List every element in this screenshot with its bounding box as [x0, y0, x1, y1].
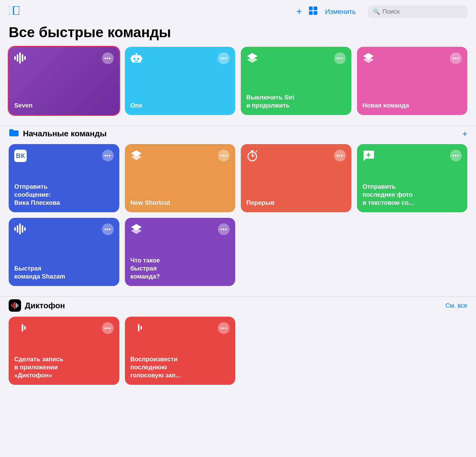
card-label-shazam: Быстраякоманда Shazam: [14, 255, 114, 280]
svg-rect-43: [24, 326, 26, 330]
card-more-what[interactable]: •••: [218, 223, 230, 235]
svg-rect-47: [138, 324, 139, 332]
dictaphone-grid: ••• Сделать записьв приложении«Диктофон»…: [0, 317, 476, 394]
card-label-new-shortcut: New Shortcut: [130, 189, 230, 207]
svg-rect-5: [309, 11, 313, 15]
svg-rect-44: [130, 326, 132, 330]
svg-rect-11: [24, 56, 26, 60]
shortcut-card-new-shortcut[interactable]: ••• New Shortcut: [125, 144, 236, 212]
svg-rect-20: [141, 57, 142, 60]
robot-icon: [130, 52, 142, 67]
shortcut-card-send-photo[interactable]: ••• Отправитьпоследнее фотов текстовом с…: [357, 144, 468, 212]
svg-rect-8: [17, 54, 18, 62]
shortcut-card-new-cmd[interactable]: ••• Новая команда: [357, 47, 468, 115]
svg-rect-16: [134, 61, 138, 62]
section-header-dictaphone: Диктофон См. все: [0, 297, 476, 317]
card-more-send-photo[interactable]: •••: [450, 150, 462, 161]
shortcut-card-play[interactable]: ••• Воспроизвестипоследнююголосовую зап.…: [125, 317, 236, 385]
svg-rect-39: [14, 326, 16, 330]
card-top: •••: [130, 150, 230, 163]
section-title-nachalnyie: Начальные команды: [23, 129, 107, 138]
shortcut-card-shazam[interactable]: ••• Быстраякоманда Shazam: [9, 218, 119, 286]
svg-rect-7: [14, 56, 16, 60]
record-icon: [14, 322, 27, 336]
card-more-one[interactable]: •••: [218, 52, 230, 64]
layers-icon-what: [130, 223, 142, 237]
card-top: •••: [363, 150, 462, 164]
top-shortcuts-grid: ••• Seven •••: [0, 47, 476, 124]
card-more-new-shortcut[interactable]: •••: [218, 150, 230, 161]
card-more-record[interactable]: •••: [102, 322, 114, 334]
card-label-what: Что такоебыстраякоманда?: [130, 247, 230, 280]
svg-rect-24: [251, 150, 254, 152]
page-title: Все быстрые команды: [0, 21, 476, 47]
sidebar-toggle-icon[interactable]: [9, 6, 19, 17]
section-title-dictaphone: Диктофон: [25, 301, 65, 310]
card-more-new[interactable]: •••: [450, 52, 462, 64]
svg-rect-10: [22, 54, 23, 62]
card-label-play: Воспроизвестипоследнююголосовую зап...: [130, 346, 230, 379]
shortcut-card-record[interactable]: ••• Сделать записьв приложении«Диктофон»: [9, 317, 119, 385]
card-label-seven: Seven: [14, 92, 114, 109]
shortcut-card-what[interactable]: ••• Что такоебыстраякоманда?: [125, 218, 236, 286]
shortcut-card-vk[interactable]: ВК ••• Отправитьсообщение:Вика Плескова: [9, 144, 119, 212]
svg-rect-6: [314, 11, 317, 15]
svg-rect-30: [22, 225, 23, 233]
card-top: •••: [14, 52, 114, 66]
add-shortcut-button[interactable]: +: [296, 6, 302, 17]
card-top: •••: [14, 223, 114, 237]
card-label-new-cmd: Новая команда: [363, 92, 462, 109]
card-more-break[interactable]: •••: [334, 150, 346, 161]
card-more-seven[interactable]: •••: [102, 52, 114, 64]
card-top: ВК •••: [14, 150, 114, 162]
svg-rect-48: [140, 326, 142, 330]
svg-rect-46: [135, 322, 137, 333]
see-all-button[interactable]: См. все: [445, 302, 467, 309]
svg-point-18: [135, 53, 137, 55]
svg-rect-19: [130, 57, 132, 60]
card-more-vk[interactable]: •••: [102, 150, 114, 161]
card-top: •••: [246, 150, 346, 164]
svg-point-15: [137, 58, 139, 60]
edit-button[interactable]: Изменить: [325, 8, 356, 16]
card-label-record: Сделать записьв приложении«Диктофон»: [14, 346, 114, 379]
shortcut-card-seven[interactable]: ••• Seven: [9, 47, 119, 115]
svg-rect-37: [16, 303, 17, 308]
card-more-shazam[interactable]: •••: [102, 223, 114, 235]
vk-icon: ВК: [14, 150, 27, 162]
svg-point-14: [133, 58, 135, 60]
layers-icon-siri: [246, 52, 258, 66]
card-top: •••: [363, 52, 462, 66]
chat-plus-icon: [363, 150, 374, 164]
svg-rect-34: [11, 304, 12, 307]
search-input[interactable]: [382, 8, 462, 15]
dictaphone-app-icon: [9, 299, 21, 312]
card-top: •••: [14, 322, 114, 336]
search-bar[interactable]: 🔍: [368, 6, 467, 18]
svg-rect-36: [14, 302, 15, 309]
svg-rect-29: [19, 223, 21, 235]
svg-rect-35: [13, 303, 14, 308]
svg-rect-42: [22, 324, 23, 332]
svg-rect-9: [19, 52, 21, 64]
svg-rect-40: [17, 324, 18, 332]
svg-rect-38: [17, 304, 18, 307]
shortcut-card-break[interactable]: ••• Перерыв: [241, 144, 351, 212]
play-icon: [130, 322, 143, 336]
card-more-siri[interactable]: •••: [334, 52, 346, 64]
search-icon: 🔍: [373, 8, 380, 15]
card-more-play[interactable]: •••: [218, 322, 230, 334]
nav-center: + Изменить 🔍: [296, 6, 467, 18]
section-add-button[interactable]: +: [462, 129, 467, 139]
layers-icon-new: [363, 52, 374, 66]
card-label-break: Перерыв: [246, 189, 346, 207]
shortcut-card-one[interactable]: ••• One: [125, 47, 236, 115]
svg-rect-45: [133, 324, 134, 332]
grid-view-button[interactable]: [309, 7, 318, 17]
card-top: •••: [130, 223, 230, 237]
shortcut-card-siri[interactable]: ••• Выключить Siriи продолжить: [241, 47, 351, 115]
shazam-waveform-icon: [14, 223, 27, 237]
svg-rect-3: [309, 7, 313, 10]
nav-left: [9, 6, 19, 17]
svg-rect-27: [14, 227, 16, 231]
